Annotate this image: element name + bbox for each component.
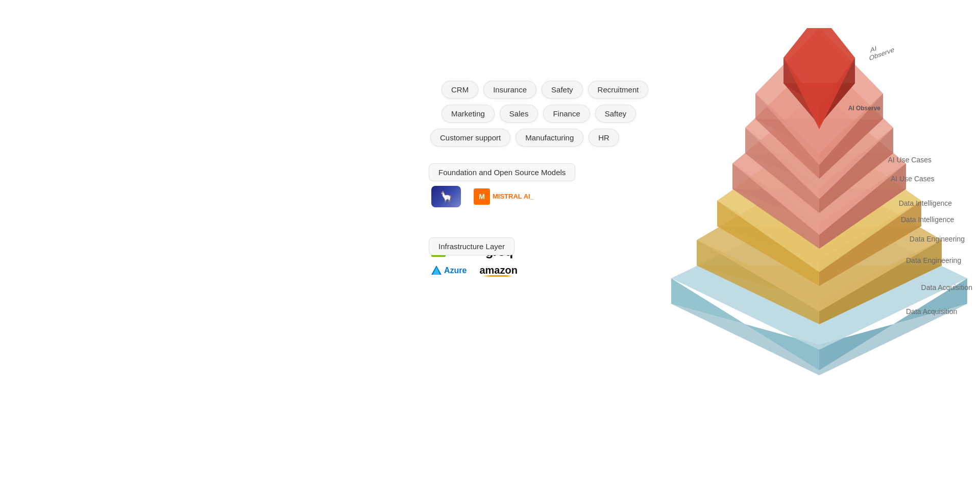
tags-row-1: CRM Insurance Safety Recruitment [442,81,648,99]
llama-brand: 🦙 [431,186,461,207]
data-intelligence-label: Data Intelligence [899,199,952,207]
svg-text:Data Intelligence: Data Intelligence [901,215,954,224]
tag-safety: Safety [542,81,583,99]
tag-finance: Finance [543,105,590,123]
mistral-brand: M MISTRAL AI_ [474,188,534,205]
amazon-brand: amazon [479,264,517,277]
foundation-label: Foundation and Open Source Models [429,163,575,181]
amazon-label-container: amazon [479,264,517,277]
svg-text:Data Engineering: Data Engineering [906,256,961,264]
azure-icon [431,266,442,276]
tag-saftey2: Saftey [595,105,636,123]
infra-brands-row2: Azure amazon [431,264,518,277]
ai-observe-label: AI Observe [848,105,880,113]
pyramid-isometric: AI Observe AI Use Cases Data Intelligenc… [671,28,967,396]
amazon-arrow [482,275,512,277]
svg-text:Data Acquisition: Data Acquisition [906,307,957,316]
data-engineering-label: Data Engineering [910,235,965,243]
tag-crm: CRM [442,81,478,99]
infrastructure-label: Infrastructure Layer [429,237,514,255]
tag-marketing: Marketing [442,105,495,123]
ai-brands-row2: 🦙 M MISTRAL AI_ [431,186,570,207]
tag-sales: Sales [500,105,538,123]
tag-customer-support: Customer support [430,129,510,147]
data-acquisition-label: Data Acquisition [921,283,972,292]
svg-text:AI Use Cases: AI Use Cases [891,175,935,183]
ai-use-cases-label: AI Use Cases [888,156,932,164]
diagram-container: AI Observe AI Use Cases Data Intelligenc… [0,0,980,482]
tag-manufacturing: Manufacturing [516,129,583,147]
azure-label: Azure [444,266,467,275]
infrastructure-section: Infrastructure Layer nVIDIA nVIDIA groq [429,237,518,277]
azure-brand: Azure [431,266,467,276]
foundation-section-box: Foundation and Open Source Models ✦ Open… [429,163,570,207]
tag-hr: HR [589,129,619,147]
tag-recruitment: Recruitment [588,81,649,99]
amazon-label: amazon [479,264,517,276]
tags-row-3: Customer support Manufacturing HR [430,129,619,147]
tag-insurance: Insurance [483,81,536,99]
mistral-label: MISTRAL AI_ [493,192,534,201]
mistral-icon: M [474,188,490,205]
tags-row-2: Marketing Sales Finance Saftey [442,105,636,123]
